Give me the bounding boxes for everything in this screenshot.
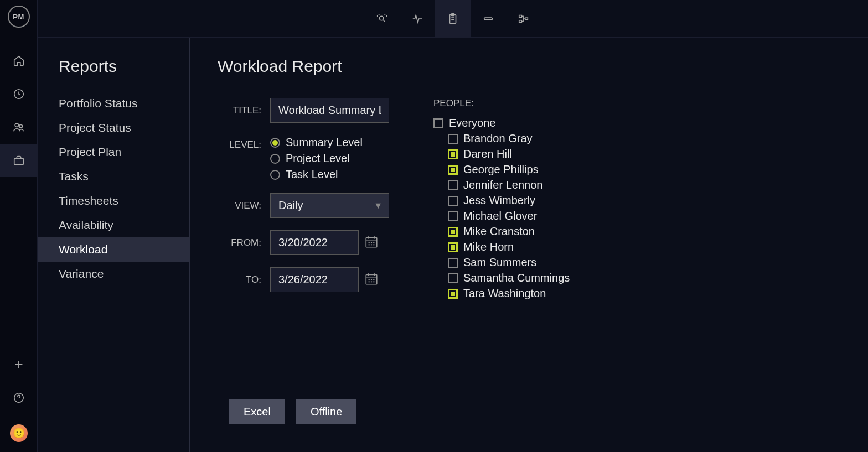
checkbox-icon xyxy=(448,180,458,190)
checkbox-icon xyxy=(433,118,443,128)
reports-sidebar: Reports Portfolio StatusProject StatusPr… xyxy=(38,38,190,452)
sidebar-item-portfolio-status[interactable]: Portfolio Status xyxy=(38,91,189,116)
person-brandon-gray[interactable]: Brandon Gray xyxy=(433,132,570,145)
view-select[interactable]: Daily xyxy=(270,193,389,218)
person-sam-summers[interactable]: Sam Summers xyxy=(433,256,570,269)
person-tara-washington[interactable]: Tara Washington xyxy=(433,287,570,300)
svg-point-5 xyxy=(379,16,383,20)
person-label: Everyone xyxy=(449,117,496,129)
page-title: Workload Report xyxy=(218,57,840,76)
radio-icon xyxy=(270,154,280,164)
svg-rect-9 xyxy=(519,15,522,17)
title-input[interactable] xyxy=(270,98,389,123)
person-label: Samantha Cummings xyxy=(463,272,570,284)
person-mike-horn[interactable]: Mike Horn xyxy=(433,241,570,253)
sidebar-title: Reports xyxy=(38,57,189,91)
sidebar-item-variance[interactable]: Variance xyxy=(38,262,189,286)
checkbox-icon xyxy=(448,242,458,252)
link-icon[interactable] xyxy=(471,0,506,38)
radio-label: Project Level xyxy=(286,152,350,165)
clock-icon[interactable] xyxy=(0,77,38,111)
search-zoom-icon[interactable] xyxy=(364,0,400,38)
sidebar-item-workload[interactable]: Workload xyxy=(38,237,189,262)
person-label: Mike Horn xyxy=(463,241,514,253)
person-label: Daren Hill xyxy=(463,148,512,160)
svg-rect-11 xyxy=(525,18,528,20)
sidebar-item-project-plan[interactable]: Project Plan xyxy=(38,140,189,164)
level-radio-project-level[interactable]: Project Level xyxy=(270,152,363,165)
checkbox-icon xyxy=(448,227,458,237)
radio-label: Task Level xyxy=(286,168,338,181)
checkbox-icon xyxy=(448,165,458,175)
person-label: Brandon Gray xyxy=(463,132,533,145)
checkbox-icon xyxy=(448,134,458,144)
checkbox-icon xyxy=(448,273,458,283)
excel-button[interactable]: Excel xyxy=(229,399,285,424)
plus-icon[interactable] xyxy=(0,348,38,381)
svg-rect-3 xyxy=(14,158,23,164)
person-label: Mike Cranston xyxy=(463,225,535,238)
topbar xyxy=(38,0,868,38)
person-samantha-cummings[interactable]: Samantha Cummings xyxy=(433,272,570,284)
view-label: VIEW: xyxy=(218,200,270,211)
checkbox-icon xyxy=(448,149,458,159)
chevron-down-icon: ▼ xyxy=(374,201,383,211)
offline-button[interactable]: Offline xyxy=(296,399,356,424)
person-daren-hill[interactable]: Daren Hill xyxy=(433,148,570,160)
level-label: LEVEL: xyxy=(218,135,270,150)
person-mike-cranston[interactable]: Mike Cranston xyxy=(433,225,570,238)
from-date-input[interactable] xyxy=(270,230,359,255)
flow-icon[interactable] xyxy=(506,0,541,38)
calendar-icon[interactable] xyxy=(364,272,379,288)
calendar-icon[interactable] xyxy=(364,235,379,251)
checkbox-icon xyxy=(448,211,458,221)
person-label: George Phillips xyxy=(463,163,539,176)
svg-rect-8 xyxy=(484,18,493,20)
sidebar-item-availability[interactable]: Availability xyxy=(38,213,189,237)
nav-rail: PM 🙂 xyxy=(0,0,38,452)
clipboard-icon[interactable] xyxy=(435,0,471,38)
sidebar-item-timesheets[interactable]: Timesheets xyxy=(38,189,189,213)
level-radio-summary-level[interactable]: Summary Level xyxy=(270,136,363,149)
checkbox-icon xyxy=(448,196,458,206)
people-icon[interactable] xyxy=(0,111,38,144)
home-icon[interactable] xyxy=(0,44,38,77)
person-label: Sam Summers xyxy=(463,256,536,269)
people-label: PEOPLE: xyxy=(433,98,570,109)
to-label: TO: xyxy=(218,274,270,285)
help-icon[interactable] xyxy=(0,381,38,414)
person-label: Michael Glover xyxy=(463,210,537,222)
briefcase-icon[interactable] xyxy=(0,144,38,177)
title-label: TITLE: xyxy=(218,105,270,116)
from-label: FROM: xyxy=(218,237,270,248)
checkbox-icon xyxy=(448,289,458,299)
radio-icon xyxy=(270,138,280,148)
person-everyone[interactable]: Everyone xyxy=(433,117,570,129)
person-jennifer-lennon[interactable]: Jennifer Lennon xyxy=(433,179,570,191)
app-logo: PM xyxy=(8,6,30,28)
person-michael-glover[interactable]: Michael Glover xyxy=(433,210,570,222)
level-radio-task-level[interactable]: Task Level xyxy=(270,168,363,181)
svg-rect-10 xyxy=(519,20,522,22)
sidebar-item-project-status[interactable]: Project Status xyxy=(38,116,189,140)
person-label: Jess Wimberly xyxy=(463,194,535,207)
sidebar-item-tasks[interactable]: Tasks xyxy=(38,164,189,189)
radio-label: Summary Level xyxy=(286,136,363,149)
person-label: Tara Washington xyxy=(463,287,546,300)
checkbox-icon xyxy=(448,258,458,268)
to-date-input[interactable] xyxy=(270,267,359,292)
person-george-phillips[interactable]: George Phillips xyxy=(433,163,570,176)
radio-icon xyxy=(270,170,280,180)
svg-point-2 xyxy=(19,124,22,128)
person-label: Jennifer Lennon xyxy=(463,179,542,191)
report-panel: Workload Report TITLE: LEVEL: Summary Le… xyxy=(190,38,868,452)
activity-icon[interactable] xyxy=(400,0,435,38)
person-jess-wimberly[interactable]: Jess Wimberly xyxy=(433,194,570,207)
svg-point-1 xyxy=(15,123,18,127)
user-avatar[interactable]: 🙂 xyxy=(10,424,28,442)
